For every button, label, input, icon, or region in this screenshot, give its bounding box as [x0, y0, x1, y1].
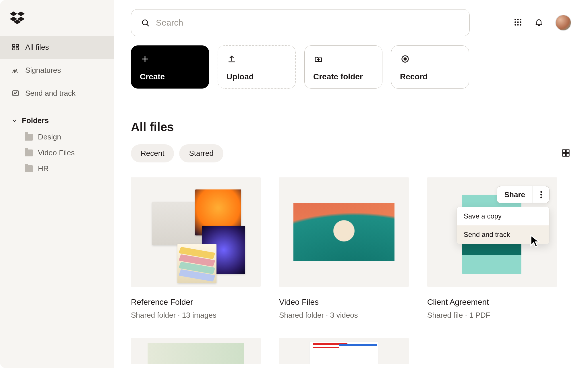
app-grid-icon	[513, 18, 523, 27]
folder-plus-icon	[313, 54, 324, 64]
svg-rect-0	[13, 44, 15, 47]
bell-icon	[535, 18, 543, 26]
search-placeholder: Search	[156, 18, 183, 28]
kebab-icon	[540, 191, 542, 198]
folder-item-design[interactable]: Design	[0, 129, 114, 145]
view-grid-toggle[interactable]	[562, 149, 571, 158]
card-thumbnail[interactable]	[279, 338, 409, 364]
svg-point-10	[517, 21, 519, 23]
card-meta: Shared file · 1 PDF	[427, 311, 557, 320]
card-thumbnail: Client Agreement Share Save a copy Send …	[427, 177, 557, 287]
nav-label: Signatures	[25, 66, 61, 75]
upload-icon	[227, 54, 237, 64]
nav-send-and-track[interactable]: Send and track	[0, 82, 114, 105]
folder-label: HR	[38, 164, 49, 173]
nav-signatures[interactable]: Signatures	[0, 59, 114, 82]
action-label: Record	[400, 72, 460, 81]
share-control: Share	[497, 186, 550, 203]
card-client-agreement[interactable]: Client Agreement Share Save a copy Send …	[427, 177, 557, 320]
cards-grid: Reference Folder Shared folder · 13 imag…	[131, 177, 571, 320]
page-title: All files	[131, 120, 571, 134]
topbar: Search	[131, 9, 571, 36]
card-reference-folder[interactable]: Reference Folder Shared folder · 13 imag…	[131, 177, 261, 320]
svg-point-7	[517, 19, 519, 20]
folder-label: Design	[38, 133, 61, 141]
avatar[interactable]	[555, 15, 571, 31]
share-button[interactable]: Share	[497, 190, 533, 199]
card-thumbnail	[279, 177, 409, 287]
send-track-icon	[11, 89, 20, 97]
svg-rect-19	[563, 153, 566, 156]
svg-rect-17	[563, 150, 566, 152]
card-thumbnail	[131, 177, 261, 287]
filters-row: Recent Starred	[131, 144, 571, 162]
card-name: Reference Folder	[131, 298, 261, 307]
action-label: Upload	[227, 72, 287, 81]
card-name: Video Files	[279, 298, 409, 307]
folder-item-hr[interactable]: HR	[0, 161, 114, 177]
search-input[interactable]: Search	[131, 9, 470, 36]
menu-item-save-copy[interactable]: Save a copy	[457, 207, 549, 225]
svg-point-21	[540, 191, 542, 193]
upload-button[interactable]: Upload	[218, 45, 296, 89]
more-options-button[interactable]	[533, 186, 549, 203]
nav-label: Send and track	[25, 89, 76, 98]
app-grid-button[interactable]	[513, 18, 523, 28]
folder-icon	[25, 150, 33, 156]
actions-row: Create Upload Create folder Record	[131, 45, 571, 89]
card-thumbnail[interactable]	[131, 338, 261, 364]
folder-item-video-files[interactable]: Video Files	[0, 145, 114, 161]
cursor-icon	[530, 234, 541, 248]
record-button[interactable]: Record	[391, 45, 469, 89]
svg-point-22	[540, 194, 542, 195]
filter-recent[interactable]: Recent	[131, 144, 174, 162]
record-icon	[400, 54, 410, 64]
svg-point-11	[520, 21, 521, 23]
files-icon	[11, 43, 20, 51]
nav-label: All files	[25, 43, 49, 52]
svg-point-12	[514, 24, 516, 26]
dropbox-icon	[10, 12, 25, 25]
folders-header[interactable]: Folders	[0, 105, 114, 129]
svg-point-14	[520, 24, 521, 26]
svg-rect-20	[566, 153, 569, 156]
svg-point-9	[514, 21, 516, 23]
notifications-button[interactable]	[535, 18, 543, 28]
card-name: Client Agreement	[427, 298, 557, 307]
chevron-down-icon	[11, 118, 17, 124]
cards-grid-row2	[131, 338, 571, 364]
svg-rect-3	[13, 48, 15, 50]
svg-point-8	[520, 19, 521, 20]
svg-point-13	[517, 24, 519, 26]
folders-header-label: Folders	[22, 116, 49, 125]
action-label: Create folder	[313, 72, 374, 81]
card-meta: Shared folder · 3 videos	[279, 311, 409, 320]
dropbox-logo[interactable]	[0, 12, 114, 36]
folder-label: Video Files	[38, 148, 75, 157]
folder-icon	[25, 134, 33, 141]
sidebar: All files Signatures Send and track Fold…	[0, 0, 114, 368]
folder-icon	[25, 165, 33, 172]
card-video-files[interactable]: Video Files Shared folder · 3 videos	[279, 177, 409, 320]
card-meta: Shared folder · 13 images	[131, 311, 261, 320]
plus-icon	[140, 54, 150, 64]
main: Search	[114, 0, 588, 368]
svg-point-23	[540, 197, 542, 198]
svg-point-6	[514, 19, 516, 20]
grid-view-icon	[562, 149, 570, 157]
search-icon	[141, 18, 150, 27]
filter-starred[interactable]: Starred	[179, 144, 223, 162]
svg-rect-18	[566, 150, 569, 152]
svg-point-16	[403, 57, 407, 60]
create-folder-button[interactable]: Create folder	[304, 45, 382, 89]
signature-icon	[11, 66, 20, 74]
nav-all-files[interactable]: All files	[0, 36, 114, 59]
action-label: Create	[140, 72, 200, 81]
create-button[interactable]: Create	[131, 45, 209, 89]
svg-rect-1	[16, 44, 18, 47]
svg-rect-2	[16, 48, 18, 50]
